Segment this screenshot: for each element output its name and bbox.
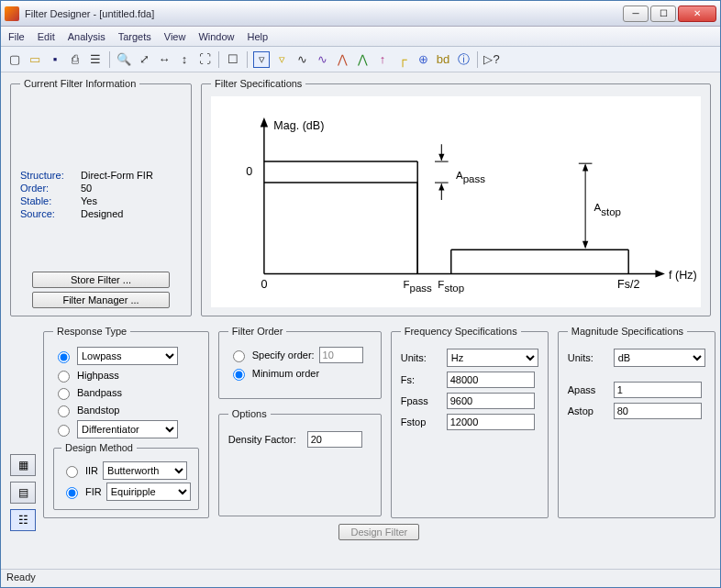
print-icon[interactable]: ⎙	[67, 51, 83, 68]
mag-response-icon[interactable]: ▿	[253, 51, 270, 68]
mag-units-select[interactable]: dB	[614, 349, 705, 367]
print-preview-icon[interactable]: ☰	[87, 51, 104, 68]
sidebar-tab-1[interactable]: ▦	[10, 454, 36, 476]
design-filter-button[interactable]: Design Filter	[338, 524, 419, 540]
page-icon[interactable]: ☐	[225, 51, 241, 68]
diff-radio[interactable]	[58, 425, 70, 437]
mag-spec-legend: Magnitude Specifications	[568, 326, 687, 337]
current-filter-info: Current Filter Information Structure: Di…	[10, 78, 192, 316]
current-filter-legend: Current Filter Information	[20, 78, 139, 89]
fir-select[interactable]: Equiripple	[106, 483, 191, 501]
mag-spec-panel: Magnitude Specifications Units:dB Apass …	[558, 326, 715, 518]
fstop-label: Fstop	[401, 416, 441, 427]
svg-marker-12	[438, 154, 444, 161]
phase-icon[interactable]: ▿	[273, 51, 290, 68]
design-method-legend: Design Method	[61, 442, 137, 453]
info-icon[interactable]: bd	[435, 51, 451, 68]
iir-select[interactable]: Butterworth	[103, 461, 187, 480]
filter-spec-panel: Filter Specifications Mag. (dB) 0 f (Hz)	[201, 78, 711, 316]
freq-units-select[interactable]: Hz	[447, 349, 538, 367]
whatsthis-icon[interactable]: ▷?	[483, 51, 500, 68]
fpass-input[interactable]	[447, 393, 535, 409]
impulse-icon[interactable]: ⋀	[354, 51, 371, 68]
menu-file[interactable]: File	[8, 31, 25, 42]
options-legend: Options	[228, 408, 271, 419]
svg-text:Fstop: Fstop	[438, 279, 464, 294]
coeffs-icon[interactable]: ⊕	[415, 51, 431, 68]
zoom-x-icon[interactable]: ↔	[156, 51, 172, 68]
fstop-input[interactable]	[447, 414, 535, 430]
store-filter-button[interactable]: Store Filter ...	[32, 272, 170, 288]
svg-text:Fpass: Fpass	[404, 279, 433, 294]
app-icon	[5, 6, 19, 21]
filter-spec-legend: Filter Specifications	[211, 78, 305, 89]
lowpass-select[interactable]: Lowpass	[77, 347, 178, 365]
iir-radio[interactable]	[66, 466, 78, 478]
menu-targets[interactable]: Targets	[118, 31, 151, 42]
bandstop-radio[interactable]	[58, 405, 70, 417]
step-icon[interactable]: ↑	[374, 51, 391, 68]
ylabel: Mag. (dB)	[273, 119, 324, 132]
menu-window[interactable]: Window	[198, 31, 234, 42]
diff-select[interactable]: Differentiator	[77, 420, 178, 438]
density-input[interactable]	[307, 431, 362, 448]
sidebar-tab-3[interactable]: ☷	[10, 509, 36, 531]
svg-text:Astop: Astop	[594, 202, 621, 216]
xlabel: f (Hz)	[669, 269, 697, 282]
open-icon[interactable]: ▭	[27, 51, 43, 68]
menu-view[interactable]: View	[164, 31, 186, 42]
structure-value: Direct-Form FIR	[81, 170, 182, 181]
menu-help[interactable]: Help	[248, 31, 269, 42]
highpass-label: Highpass	[77, 370, 119, 381]
svg-marker-3	[655, 270, 664, 277]
maximize-button[interactable]: ☐	[650, 6, 676, 22]
highpass-radio[interactable]	[58, 371, 70, 383]
spec-plot: Mag. (dB) 0 f (Hz)	[211, 96, 701, 307]
bandpass-radio[interactable]	[58, 388, 70, 400]
svg-marker-20	[582, 241, 588, 249]
status-text: Ready	[6, 571, 36, 582]
menubar: File Edit Analysis Targets View Window H…	[1, 27, 720, 47]
bandpass-label: Bandpass	[77, 387, 122, 398]
stable-label: Stable:	[20, 195, 75, 206]
zoom-in-icon[interactable]: 🔍	[116, 51, 132, 68]
pole-zero-icon[interactable]: ┌	[394, 51, 411, 68]
toolbar: ▢ ▭ ▪ ⎙ ☰ 🔍 ⤢ ↔ ↕ ⛶ ☐ ▿ ▿ ∿ ∿ ⋀ ⋀ ↑ ┌ ⊕ …	[1, 47, 720, 72]
zoom-out-icon[interactable]: ⤢	[136, 51, 152, 68]
svg-marker-19	[582, 163, 588, 171]
source-value: Designed	[81, 208, 182, 219]
new-icon[interactable]: ▢	[6, 51, 23, 68]
filter-manager-button[interactable]: Filter Manager ...	[32, 292, 170, 308]
round-icon[interactable]: ⓘ	[455, 51, 471, 68]
group-delay-icon[interactable]: ∿	[314, 51, 330, 68]
fpass-label: Fpass	[401, 395, 441, 406]
svg-marker-1	[261, 117, 268, 127]
sidebar-tab-2[interactable]: ▤	[10, 482, 36, 504]
fs-label: Fs:	[401, 374, 441, 385]
fir-radio[interactable]	[66, 487, 78, 499]
zoom-y-icon[interactable]: ↕	[176, 51, 193, 68]
close-button[interactable]: ✕	[678, 6, 716, 22]
phase-delay-icon[interactable]: ⋀	[334, 51, 350, 68]
window-title: Filter Designer - [untitled.fda]	[25, 8, 623, 19]
zoom-full-icon[interactable]: ⛶	[196, 51, 213, 68]
menu-analysis[interactable]: Analysis	[68, 31, 105, 42]
freq-spec-panel: Frequency Specifications Units:Hz Fs: Fp…	[391, 326, 549, 518]
order-label: Order:	[20, 183, 75, 194]
save-icon[interactable]: ▪	[47, 51, 63, 68]
svg-text:Fs/2: Fs/2	[617, 278, 639, 291]
freq-spec-legend: Frequency Specifications	[401, 326, 521, 337]
astop-input[interactable]	[614, 403, 702, 419]
magphase-icon[interactable]: ∿	[294, 51, 310, 68]
specify-order-radio[interactable]	[233, 350, 245, 362]
lowpass-radio[interactable]	[58, 351, 70, 363]
apass-input[interactable]	[614, 382, 702, 398]
minimum-order-radio[interactable]	[233, 369, 245, 381]
filter-order-panel: Filter Order Specify order: Minimum orde…	[218, 326, 382, 399]
mag-units-label: Units:	[568, 352, 608, 363]
fs-input[interactable]	[447, 372, 535, 388]
specify-order-input[interactable]	[319, 347, 363, 363]
structure-label: Structure:	[20, 170, 75, 181]
minimize-button[interactable]: ─	[623, 6, 649, 22]
menu-edit[interactable]: Edit	[38, 31, 55, 42]
